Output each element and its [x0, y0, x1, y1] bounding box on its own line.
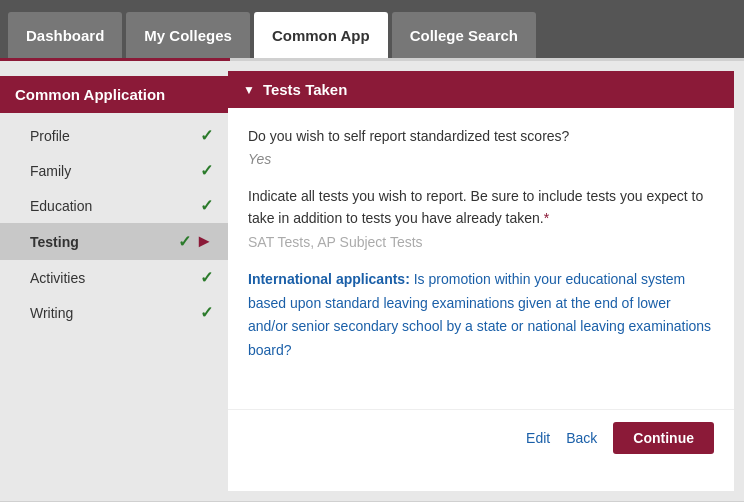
required-star: * [544, 210, 549, 226]
continue-button[interactable]: Continue [613, 422, 714, 454]
check-icon-writing: ✓ [200, 303, 213, 322]
national-link: national leaving examinations board [248, 318, 711, 358]
sidebar-item-profile[interactable]: Profile ✓ [0, 118, 228, 153]
sidebar-item-family[interactable]: Family ✓ [0, 153, 228, 188]
section-header: ▼ Tests Taken [228, 71, 734, 108]
sidebar-item-label: Writing [30, 305, 73, 321]
sidebar-item-label: Profile [30, 128, 70, 144]
instruction-text-2: Indicate all tests you wish to report. B… [248, 185, 714, 230]
check-icon-family: ✓ [200, 161, 213, 180]
question-text-1: Do you wish to self report standardized … [248, 126, 714, 147]
triangle-icon: ▼ [243, 83, 255, 97]
sidebar: Common Application Profile ✓ Family ✓ Ed… [0, 61, 228, 501]
section-title: Tests Taken [263, 81, 347, 98]
sidebar-item-label: Activities [30, 270, 85, 286]
question-block-1: Do you wish to self report standardized … [248, 126, 714, 167]
sidebar-item-education[interactable]: Education ✓ [0, 188, 228, 223]
check-icon-testing: ✓ [178, 232, 191, 251]
tab-dashboard[interactable]: Dashboard [8, 12, 122, 58]
question-block-3: International applicants: Is promotion w… [248, 268, 714, 363]
sidebar-item-label: Testing [30, 234, 79, 250]
tab-common-app[interactable]: Common App [254, 12, 388, 58]
top-nav: Dashboard My Colleges Common App College… [0, 0, 744, 58]
tab-my-colleges[interactable]: My Colleges [126, 12, 250, 58]
international-text-3: International applicants: Is promotion w… [248, 268, 714, 363]
sidebar-item-activities[interactable]: Activities ✓ [0, 260, 228, 295]
main-content: Common Application Profile ✓ Family ✓ Ed… [0, 61, 744, 501]
question-block-2: Indicate all tests you wish to report. B… [248, 185, 714, 250]
tab-college-search[interactable]: College Search [392, 12, 536, 58]
check-icon-profile: ✓ [200, 126, 213, 145]
international-label: International applicants: [248, 271, 410, 287]
right-panel: ▼ Tests Taken Do you wish to self report… [228, 71, 734, 491]
check-icon-activities: ✓ [200, 268, 213, 287]
sidebar-header[interactable]: Common Application [0, 76, 228, 113]
placeholder-text-2: SAT Tests, AP Subject Tests [248, 234, 714, 250]
sidebar-item-testing[interactable]: Testing ✓ ► [0, 223, 228, 260]
back-link[interactable]: Back [566, 430, 597, 446]
content-body: Do you wish to self report standardized … [228, 108, 734, 399]
answer-text-1: Yes [248, 151, 714, 167]
check-icon-education: ✓ [200, 196, 213, 215]
edit-link[interactable]: Edit [526, 430, 550, 446]
sidebar-item-writing[interactable]: Writing ✓ [0, 295, 228, 330]
sidebar-item-label: Family [30, 163, 71, 179]
arrow-icon-testing: ► [195, 231, 213, 252]
bottom-actions: Edit Back Continue [228, 409, 734, 466]
sidebar-item-label: Education [30, 198, 92, 214]
